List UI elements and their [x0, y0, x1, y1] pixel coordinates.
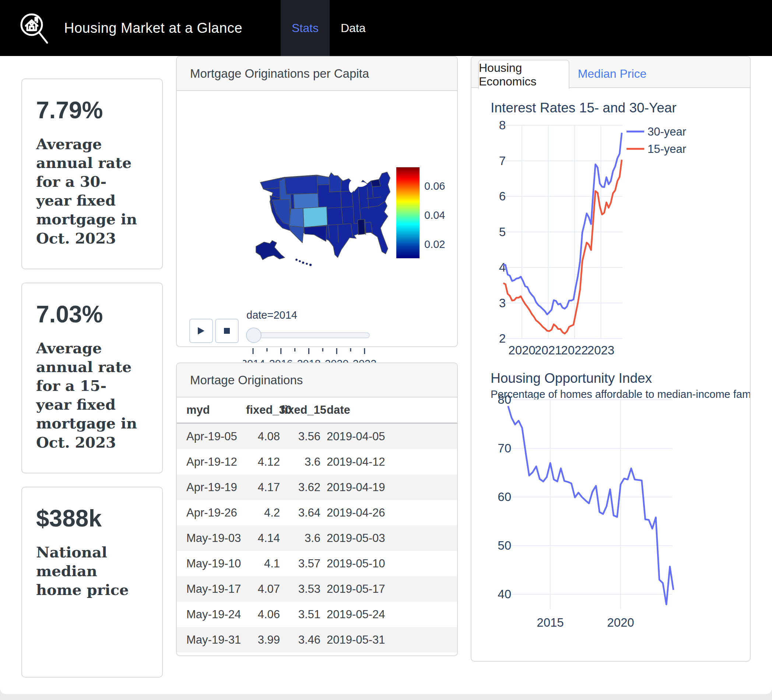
table-row: Jun-19-073.823.282019-06-07 [177, 652, 457, 656]
svg-text:4: 4 [499, 261, 506, 274]
svg-text:7: 7 [499, 154, 506, 168]
map-card-title: Mortgage Originations per Capita [190, 67, 369, 81]
us-choropleth-map[interactable] [241, 165, 400, 272]
house-search-logo-icon [15, 9, 52, 47]
table-card-header: Mortage Originations [177, 363, 457, 398]
colorbar-gradient [396, 167, 420, 258]
table-row: May-19-034.143.62019-05-03 [177, 525, 457, 551]
svg-text:8: 8 [499, 118, 506, 132]
state-north-dakota [317, 176, 329, 185]
svg-text:2021: 2021 [535, 343, 562, 357]
state-new-mexico [304, 226, 327, 241]
table-row: May-19-174.073.532019-05-17 [177, 576, 457, 602]
svg-text:50: 50 [497, 539, 511, 552]
svg-text:2015: 2015 [536, 616, 564, 629]
map-card-header: Mortgage Originations per Capita [177, 57, 457, 91]
svg-text:3: 3 [499, 296, 506, 310]
play-button[interactable] [189, 319, 213, 343]
state-hawaii [295, 259, 312, 266]
tab-housing-economics[interactable]: Housing Economics [478, 60, 569, 89]
svg-text:80: 80 [497, 393, 511, 407]
navbar: Housing Market at a Glance StatsData [0, 0, 772, 56]
svg-text:Housing Opportunity Index: Housing Opportunity Index [491, 370, 652, 386]
svg-text:2020: 2020 [508, 343, 535, 357]
legend-item-15-year[interactable]: 15-year [626, 143, 686, 156]
state-alaska [256, 241, 285, 260]
svg-text:2020: 2020 [607, 616, 634, 629]
nav-tab-stats[interactable]: Stats [281, 0, 330, 56]
svg-text:Interest Rates 15- and 30-Year: Interest Rates 15- and 30-Year [491, 100, 677, 115]
svg-text:5: 5 [499, 225, 506, 239]
app-title: Housing Market at a Glance [64, 20, 242, 36]
table-row: Apr-19-194.173.622019-04-19 [177, 475, 457, 500]
stat-description-median-price: National median home price [36, 543, 141, 599]
mortgage-table-card: Mortage Originations mydfixed_30fixed_15… [176, 362, 458, 656]
date-slider-knob[interactable] [246, 328, 262, 343]
line-series-30-year [503, 133, 622, 314]
stat-card-30yr: 7.79% Average annual rate for a 30-year … [21, 79, 163, 269]
svg-text:6: 6 [499, 189, 506, 203]
colorbar-tick-label: 0.04 [424, 209, 445, 221]
stat-description-15yr: Average annual rate for a 15-year fixed … [36, 339, 141, 452]
line-series-HOI [508, 406, 673, 605]
tab-median-price[interactable]: Median Price [572, 60, 653, 88]
table-header-row: mydfixed_30fixed_15date [177, 398, 457, 423]
state-colorado [303, 207, 327, 227]
state-arizona [289, 226, 304, 243]
date-slider-track[interactable] [246, 332, 370, 338]
charts-card: Housing EconomicsMedian Price Interest R… [471, 56, 751, 662]
app-window: Housing Market at a Glance StatsData 7.7… [0, 0, 772, 694]
table-row: May-19-104.13.572019-05-10 [177, 551, 457, 576]
stat-value-median-price: $388k [36, 505, 148, 532]
choropleth-map-area[interactable]: 0.060.040.02 date=2014 20142016201820202… [177, 91, 457, 348]
column-header-fixed_15: fixed_15 [280, 398, 321, 423]
svg-text:2022: 2022 [561, 343, 588, 357]
navbar-tabs: StatsData [281, 0, 377, 56]
colorbar-tick-label: 0.02 [424, 238, 445, 250]
table-row: May-19-244.063.512019-05-24 [177, 602, 457, 627]
svg-text:60: 60 [497, 490, 511, 503]
nav-tab-data[interactable]: Data [330, 0, 377, 56]
colorbar-tick-label: 0.06 [424, 180, 445, 192]
svg-text:15-year: 15-year [648, 143, 686, 156]
table-row: Apr-19-124.123.62019-04-12 [177, 449, 457, 475]
column-header-date: date [321, 398, 457, 423]
charts-plot-area[interactable]: Interest Rates 15- and 30-Year2345678202… [471, 88, 751, 662]
state-montana [285, 176, 318, 194]
legend-item-30-year[interactable]: 30-year [626, 125, 686, 138]
table-row: Apr-19-264.23.642019-04-26 [177, 500, 457, 525]
svg-text:70: 70 [497, 441, 511, 455]
map-card: Mortgage Originations per Capita [176, 56, 458, 347]
state-new-york [371, 179, 381, 187]
svg-text:2023: 2023 [587, 343, 614, 357]
interest-rates-chart[interactable]: Interest Rates 15- and 30-Year2345678202… [491, 100, 686, 357]
stop-icon [224, 328, 230, 334]
stat-value-15yr: 7.03% [36, 301, 148, 328]
stat-description-30yr: Average annual rate for a 30-year fixed … [36, 134, 141, 248]
housing-opportunity-index-chart[interactable]: Housing Opportunity IndexPercentage of h… [491, 370, 751, 629]
svg-text:30-year: 30-year [648, 125, 686, 138]
stat-card-median-price: $388k National median home price [21, 487, 163, 677]
table-row: May-19-313.993.462019-05-31 [177, 627, 457, 652]
stop-button[interactable] [215, 319, 239, 343]
state-mississippi [358, 219, 365, 235]
main-content: 7.79% Average annual rate for a 30-year … [0, 56, 772, 694]
stat-value-30yr: 7.79% [36, 97, 148, 124]
stat-card-15yr: 7.03% Average annual rate for a 15-year … [21, 283, 163, 474]
column-header-fixed_30: fixed_30 [246, 398, 280, 423]
column-header-myd: myd [177, 398, 246, 423]
svg-text:2: 2 [499, 331, 506, 345]
slider-value-label: date=2014 [246, 309, 297, 321]
mortgage-rates-table[interactable]: mydfixed_30fixed_15date Apr-19-054.083.5… [177, 398, 457, 656]
state-minnesota [329, 173, 342, 192]
charts-card-tabbar: Housing EconomicsMedian Price [471, 57, 750, 88]
table-card-title: Mortage Originations [190, 373, 303, 387]
svg-text:Percentage of homes affordable: Percentage of homes affordable to median… [491, 389, 751, 400]
svg-text:40: 40 [497, 587, 511, 601]
table-row: Apr-19-054.083.562019-04-05 [177, 423, 457, 449]
state-utah [289, 208, 304, 227]
play-icon [197, 326, 205, 335]
